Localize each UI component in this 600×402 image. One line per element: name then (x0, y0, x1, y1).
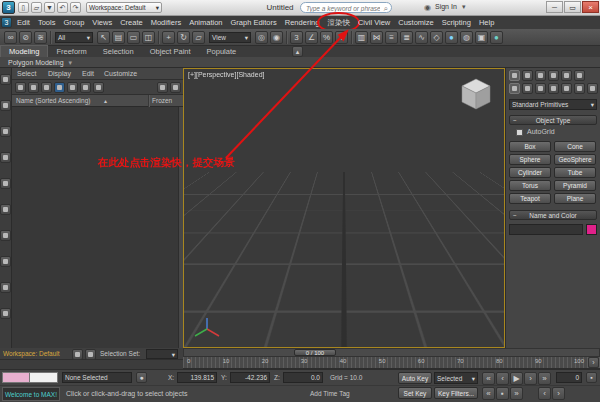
minimize-button[interactable]: ─ (546, 1, 563, 13)
docked-toolbar-icon-5[interactable] (0, 178, 11, 189)
previous-key-button[interactable]: « (482, 387, 495, 400)
menu-tools[interactable]: Tools (34, 16, 60, 29)
utilities-tab-icon[interactable] (574, 70, 585, 81)
search-input[interactable] (304, 3, 382, 14)
create-geosphere-button[interactable]: GeoSphere (554, 154, 596, 165)
mirror-icon[interactable]: ⋈ (370, 31, 383, 44)
viewport-label[interactable]: [+][Perspective][Shaded] (188, 71, 264, 78)
track-bar[interactable]: 0 10 20 30 40 50 60 70 80 90 100 › (183, 357, 600, 369)
maxscript-mini-listener-white[interactable] (30, 372, 58, 383)
open-file-icon[interactable]: ▱ (31, 2, 42, 13)
workspace-icon-1[interactable] (72, 349, 83, 360)
search-icon[interactable]: ⌕ (384, 3, 388, 14)
column-divider[interactable] (148, 95, 150, 107)
explorer-menu-display[interactable]: Display (48, 70, 71, 77)
ribbon-tab-object-paint[interactable]: Object Paint (142, 46, 199, 57)
workspace-dropdown[interactable]: Workspace: Default ▾ (86, 2, 162, 13)
selected-dropdown[interactable]: Selected ▾ (434, 372, 478, 384)
sign-in-caret-icon[interactable]: ▾ (462, 3, 466, 11)
create-sphere-button[interactable]: Sphere (509, 154, 551, 165)
curve-editor-icon[interactable]: ∿ (415, 31, 428, 44)
selection-region-icon[interactable]: ▭ (127, 31, 140, 44)
menu-rendering[interactable]: Rendering (281, 16, 324, 29)
menu-customize[interactable]: Customize (394, 16, 437, 29)
docked-toolbar-icon-8[interactable] (0, 256, 11, 267)
menu-modifiers[interactable]: Modifiers (147, 16, 185, 29)
explorer-column-frozen[interactable]: Frozen (152, 97, 172, 104)
search-box[interactable]: ⌕ (300, 2, 392, 13)
menu-civil-view[interactable]: Civil View (354, 16, 394, 29)
explorer-settings-icon[interactable] (157, 82, 168, 93)
explorer-hide-icon[interactable] (67, 82, 78, 93)
explorer-view-icon[interactable] (170, 82, 181, 93)
systems-category-icon[interactable] (587, 83, 598, 94)
explorer-column-name[interactable]: Name (Sorted Ascending) (16, 97, 90, 104)
trackbar-next-icon[interactable]: › (588, 357, 599, 368)
minimize-ribbon-icon[interactable]: ▴ (292, 46, 303, 57)
menu-edit[interactable]: Edit (13, 16, 34, 29)
display-tab-icon[interactable] (561, 70, 572, 81)
select-object-icon[interactable]: ↖ (97, 31, 110, 44)
ribbon-tab-freeform[interactable]: Freeform (48, 46, 94, 57)
render-production-icon[interactable]: ● (490, 31, 503, 44)
selection-set-dropdown[interactable]: ▾ (146, 349, 178, 359)
explorer-find-icon[interactable] (15, 82, 26, 93)
explorer-lock-icon[interactable] (41, 82, 52, 93)
select-and-manipulate-icon[interactable]: ◉ (270, 31, 283, 44)
new-scene-icon[interactable]: ▯ (18, 2, 29, 13)
add-time-tag-label[interactable]: Add Time Tag (310, 390, 350, 397)
create-teapot-button[interactable]: Teapot (509, 193, 551, 204)
object-type-rollout[interactable]: − Object Type (509, 115, 597, 125)
time-configuration-icon[interactable]: ▪ (586, 372, 597, 383)
menu-views[interactable]: Views (88, 16, 116, 29)
menu-help[interactable]: Help (475, 16, 498, 29)
object-color-swatch[interactable] (586, 224, 597, 235)
workspace-status-label[interactable]: Workspace: Default (3, 350, 60, 357)
geometry-category-icon[interactable] (509, 83, 520, 94)
docked-toolbar-icon-10[interactable] (0, 308, 11, 319)
bind-to-space-warp-icon[interactable]: ≋ (34, 31, 47, 44)
helpers-category-icon[interactable] (561, 83, 572, 94)
object-name-field[interactable] (509, 224, 583, 235)
go-to-start-button[interactable]: « (482, 372, 495, 385)
app-menu-icon[interactable]: 3 (1, 17, 12, 28)
workspace-icon-2[interactable] (85, 349, 96, 360)
perspective-viewport[interactable]: [+][Perspective][Shaded] (183, 68, 505, 348)
schematic-view-icon[interactable]: ◇ (430, 31, 443, 44)
docked-toolbar-icon-2[interactable] (0, 100, 11, 111)
next-frame-button[interactable]: › (524, 372, 537, 385)
time-slider-track[interactable]: 0 / 100 (183, 348, 600, 357)
menu-render-plugin[interactable]: 渲染快 (323, 16, 354, 29)
rendered-frame-window-icon[interactable]: ▣ (475, 31, 488, 44)
motion-tab-icon[interactable] (548, 70, 559, 81)
lights-category-icon[interactable] (535, 83, 546, 94)
create-tab-icon[interactable] (509, 70, 520, 81)
hierarchy-tab-icon[interactable] (535, 70, 546, 81)
spinner-snap-icon[interactable]: ↕ (335, 31, 348, 44)
explorer-menu-customize[interactable]: Customize (104, 70, 137, 77)
docked-toolbar-icon-9[interactable] (0, 282, 11, 293)
redo-icon[interactable]: ↷ (70, 2, 81, 13)
create-cone-button[interactable]: Cone (554, 141, 596, 152)
select-by-name-icon[interactable]: ▤ (112, 31, 125, 44)
use-pivot-center-icon[interactable]: ◎ (255, 31, 268, 44)
auto-key-button[interactable]: Auto Key (398, 372, 432, 384)
go-to-end-button[interactable]: » (538, 372, 551, 385)
render-setup-icon[interactable]: ◍ (460, 31, 473, 44)
percent-snap-icon[interactable]: % (320, 31, 333, 44)
menu-animation[interactable]: Animation (185, 16, 226, 29)
docked-toolbar-icon-6[interactable] (0, 204, 11, 215)
menu-graph-editors[interactable]: Graph Editors (227, 16, 281, 29)
play-button[interactable]: ▶ (510, 372, 523, 385)
explorer-list-area[interactable] (12, 107, 178, 348)
x-coordinate-field[interactable]: 139.815 (177, 372, 217, 383)
align-icon[interactable]: ≡ (385, 31, 398, 44)
explorer-filter-active-icon[interactable] (54, 82, 65, 93)
viewcube[interactable] (456, 75, 496, 115)
menu-scripting[interactable]: Scripting (438, 16, 475, 29)
ribbon-tab-selection[interactable]: Selection (95, 46, 142, 57)
z-coordinate-field[interactable]: 0.0 (283, 372, 323, 383)
create-cylinder-button[interactable]: Cylinder (509, 167, 551, 178)
snaps-toggle-icon[interactable]: 3 (290, 31, 303, 44)
create-torus-button[interactable]: Torus (509, 180, 551, 191)
